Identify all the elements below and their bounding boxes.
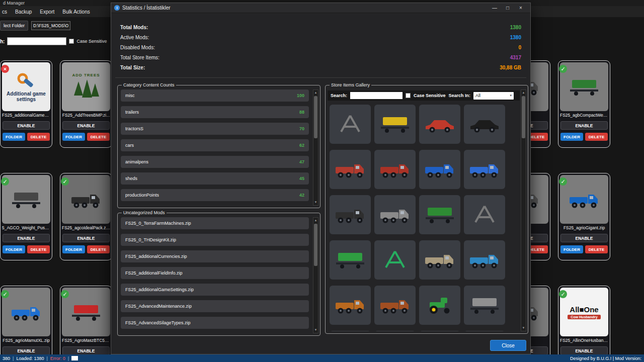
enable-button[interactable]: ENABLE: [62, 234, 110, 242]
folder-button[interactable]: FOLDER: [62, 245, 85, 253]
folder-button[interactable]: FOLDER: [3, 245, 25, 253]
category-name: misc: [125, 93, 135, 98]
scroll-down-icon[interactable]: ▼: [313, 200, 318, 205]
folder-button[interactable]: FOLDER: [560, 245, 583, 253]
uncategorized-mod-row[interactable]: FS25_additionalGameSettings.zip: [121, 284, 309, 296]
uncategorized-mods-legend: Uncategorized Mods: [122, 210, 167, 215]
store-item-loader-bucket-green-icon[interactable]: [330, 240, 371, 280]
category-row[interactable]: trailers88: [121, 106, 309, 118]
store-item-sprayer-yellow-icon[interactable]: [374, 105, 416, 144]
enable-button[interactable]: ENABLE: [62, 121, 110, 130]
delete-button[interactable]: DELETE: [585, 245, 608, 253]
delete-button[interactable]: DELETE: [87, 245, 110, 253]
scroll-down-icon[interactable]: ▼: [313, 328, 318, 332]
store-item-flatbed-truck-gray-icon[interactable]: [374, 195, 416, 234]
store-item-tractor-green-icon[interactable]: [419, 286, 460, 325]
category-count: 45: [299, 176, 304, 181]
store-item-truck-tan-icon[interactable]: [419, 240, 460, 280]
uncategorized-mod-row[interactable]: FS25_0_THDesignKit.zip: [121, 234, 309, 246]
mod-thumbnail: [2, 288, 50, 336]
gallery-scrollbar[interactable]: ▲ ▼: [521, 89, 526, 331]
scroll-up-icon[interactable]: ▲: [313, 218, 318, 223]
uncategorized-mod-row[interactable]: FS25_AdvancedMaintenance.zip: [121, 300, 309, 312]
uncategorized-mod-name: FS25_additionalGameSettings.zip: [125, 287, 194, 292]
category-name: sheds: [125, 176, 137, 181]
gallery-case-sensitive-checkbox[interactable]: [406, 93, 411, 98]
store-item-pickup-blue-crew-icon[interactable]: [464, 150, 505, 189]
store-item-partial-2-icon[interactable]: [374, 331, 416, 331]
scroll-down-icon[interactable]: ▼: [521, 326, 526, 330]
category-count: 100: [297, 93, 304, 98]
store-item-pickup-blue-icon[interactable]: [419, 150, 460, 189]
close-button[interactable]: Close: [490, 340, 526, 351]
enable-button[interactable]: ENABLE: [560, 121, 608, 130]
uncategorized-mod-row[interactable]: FS25_0_TerraFarmMachines.zip: [121, 217, 309, 229]
uncategorized-mod-row[interactable]: FS25_additionalCurrencies.zip: [121, 250, 309, 262]
category-row[interactable]: cars62: [121, 139, 309, 151]
category-row[interactable]: tractorsS70: [121, 123, 309, 135]
gallery-search-input[interactable]: [350, 92, 403, 99]
store-item-auger-green-icon[interactable]: [374, 240, 416, 280]
scroll-up-icon[interactable]: ▲: [313, 90, 318, 95]
category-row[interactable]: sheds45: [121, 172, 309, 185]
store-item-pickup-red-white-icon[interactable]: [330, 150, 371, 189]
delete-button[interactable]: DELETE: [27, 245, 50, 253]
category-row[interactable]: productionPoints42: [121, 189, 309, 201]
uncategorized-scrollbar[interactable]: ▲ ▼: [313, 217, 318, 333]
card-actions: FOLDERDELETE: [62, 245, 110, 253]
mod-card: ✓All■OneCow HusbandryFS25_AllinOneHusban…: [558, 286, 610, 362]
dialog-titlebar[interactable]: i Statistics / İstatistikler — □ ×: [111, 3, 530, 13]
divider: [115, 77, 526, 78]
store-item-dump-truck-brown-icon[interactable]: [374, 286, 416, 325]
uncategorized-mod-row[interactable]: FS25_AdvancedSilageTypes.zip: [121, 317, 309, 329]
enabled-badge-icon: ✓: [61, 290, 69, 298]
store-item-classic-car-red-icon[interactable]: [419, 105, 460, 144]
folder-button[interactable]: FOLDER: [3, 133, 25, 141]
store-item-log-truck-orange-icon[interactable]: [330, 286, 371, 325]
enable-button[interactable]: ENABLE: [3, 121, 50, 130]
store-item-partial-4-icon[interactable]: [464, 331, 505, 331]
enable-button[interactable]: ENABLE: [3, 234, 50, 242]
store-item-cultivator-arm-gray-icon[interactable]: [464, 195, 505, 234]
mod-name: FS25_agrioMamutXL.zip: [2, 338, 50, 343]
store-item-feeder-trailer-gray-icon[interactable]: [464, 286, 505, 325]
store-item-partial-3-icon[interactable]: [419, 331, 460, 331]
enable-button[interactable]: ENABLE: [560, 234, 608, 242]
info-icon: i: [114, 5, 120, 11]
folder-button[interactable]: FOLDER: [560, 133, 583, 141]
delete-button[interactable]: DELETE: [27, 133, 50, 141]
delete-button[interactable]: DELETE: [585, 133, 608, 141]
enabled-badge-icon: ✓: [61, 177, 69, 186]
scroll-up-icon[interactable]: ▲: [521, 90, 526, 95]
gallery-search-label: Search:: [331, 93, 347, 98]
enable-button[interactable]: ENABLE: [560, 346, 608, 355]
maximize-button[interactable]: □: [501, 3, 514, 13]
category-scrollbar[interactable]: ▲ ▼: [313, 89, 318, 206]
search-in-value: All: [475, 93, 480, 98]
category-row[interactable]: animalpens47: [121, 156, 309, 168]
scrollbar-thumb[interactable]: [314, 96, 317, 138]
store-item-classic-car-black-icon[interactable]: [464, 105, 505, 144]
store-item-partial-1-icon[interactable]: [330, 331, 371, 331]
scrollbar-thumb[interactable]: [522, 96, 525, 138]
minimize-button[interactable]: —: [488, 3, 501, 13]
close-window-button[interactable]: ×: [514, 3, 527, 13]
uncategorized-mod-row[interactable]: FS25_additionalFieldInfo.zip: [121, 267, 309, 279]
uncategorized-mod-name: FS25_AdvancedMaintenance.zip: [125, 304, 192, 309]
delete-button[interactable]: DELETE: [87, 133, 110, 141]
store-item-truck-blue-icon[interactable]: [464, 240, 505, 280]
uncategorized-mod-name: FS25_0_TerraFarmMachines.zip: [125, 221, 191, 226]
enable-button[interactable]: ENABLE: [3, 346, 50, 355]
store-item-semi-truck-red-icon[interactable]: [374, 150, 416, 189]
status-total: 380: [3, 356, 14, 361]
store-item-field-crane-icon[interactable]: [330, 105, 371, 144]
scrollbar-thumb[interactable]: [314, 224, 317, 266]
store-item-pickup-black-icon[interactable]: [330, 195, 371, 234]
category-row[interactable]: misc100: [121, 89, 309, 102]
store-item-seed-drill-green-icon[interactable]: [419, 195, 460, 234]
folder-button[interactable]: FOLDER: [62, 133, 85, 141]
search-in-dropdown[interactable]: All ▾: [473, 92, 514, 100]
mod-card: ✓FS25_AgroMaszBTC50h...ENABLEFOLDERDELET…: [60, 286, 112, 362]
category-counts-group: Category Content Counts misc100trailers8…: [117, 82, 320, 208]
enable-button[interactable]: ENABLE: [62, 346, 110, 355]
